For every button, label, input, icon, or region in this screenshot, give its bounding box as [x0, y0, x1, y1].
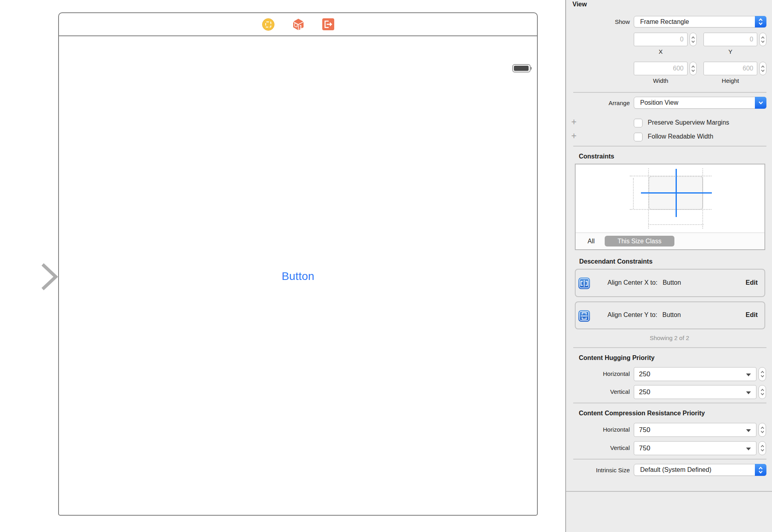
size-inspector-panel: View Show Frame Rectangle 0 0 X Y 600 60… — [565, 0, 772, 532]
follow-readable-width-checkbox[interactable] — [634, 133, 643, 141]
this-size-class-button[interactable]: This Size Class — [605, 236, 674, 246]
initial-view-controller-arrow[interactable] — [0, 261, 58, 293]
arrange-popup-value: Position View — [640, 97, 678, 108]
hugging-vertical-combo[interactable]: 250 — [634, 385, 756, 399]
edit-button[interactable]: Edit — [746, 279, 758, 286]
x-stepper[interactable] — [690, 33, 697, 46]
show-popup-value: Frame Rectangle — [640, 16, 689, 27]
height-caption: Height — [703, 77, 757, 84]
section-divider — [573, 347, 766, 348]
section-divider — [573, 92, 766, 93]
popup-down-icon — [755, 97, 766, 109]
view-controller-scene[interactable]: 1 Button — [58, 12, 538, 516]
constraint-row-center-x[interactable]: Align Center X to:Button Edit — [575, 269, 765, 297]
y-field[interactable]: 0 — [703, 33, 757, 46]
width-caption: Width — [634, 77, 688, 84]
size-class-all-button[interactable]: All — [588, 238, 595, 245]
popup-updown-icon — [755, 16, 766, 27]
hugging-horizontal-combo[interactable]: 250 — [634, 367, 756, 381]
constraint-target: Button — [662, 279, 681, 286]
scene-dock: 1 — [59, 13, 537, 36]
intrinsic-size-label: Intrinsic Size — [566, 467, 630, 473]
panel-title: View — [572, 1, 587, 8]
first-responder-icon[interactable]: 1 — [292, 18, 305, 31]
compression-vertical-stepper[interactable] — [758, 441, 766, 455]
section-divider — [573, 459, 766, 460]
storyboard-canvas: 1 Button — [0, 0, 565, 532]
constraints-diagram-guides — [576, 164, 764, 234]
y-stepper[interactable] — [759, 33, 766, 46]
arrange-label: Arrange — [566, 100, 630, 106]
x-caption: X — [634, 48, 688, 55]
popup-updown-icon — [755, 464, 766, 476]
preserve-superview-margins-checkbox[interactable] — [634, 119, 643, 127]
hugging-vertical-label: Vertical — [566, 388, 630, 395]
size-class-bar: All This Size Class — [576, 233, 764, 249]
hugging-horizontal-stepper[interactable] — [758, 367, 766, 381]
show-popup[interactable]: Frame Rectangle — [634, 16, 766, 27]
arrange-popup[interactable]: Position View — [634, 97, 766, 109]
descendant-constraints-header: Descendant Constraints — [579, 258, 652, 265]
edit-button[interactable]: Edit — [746, 311, 758, 319]
show-label: Show — [566, 18, 630, 25]
svg-text:1: 1 — [299, 24, 302, 30]
constraint-target: Button — [662, 311, 681, 318]
align-center-y-icon — [578, 310, 590, 322]
preserve-superview-margins-label: Preserve Superview Margins — [648, 119, 729, 126]
constraints-diagram: All This Size Class — [575, 164, 765, 250]
align-center-x-icon — [578, 278, 590, 289]
compression-vertical-combo[interactable]: 750 — [634, 441, 756, 455]
compression-horizontal-combo[interactable]: 750 — [634, 423, 756, 437]
add-readable-width-button[interactable]: + — [571, 132, 576, 140]
intrinsic-size-popup[interactable]: Default (System Defined) — [634, 464, 766, 476]
hugging-horizontal-label: Horizontal — [566, 370, 630, 377]
hugging-vertical-stepper[interactable] — [758, 385, 766, 399]
constraint-row-center-y[interactable]: Align Center Y to:Button Edit — [575, 301, 765, 329]
width-field[interactable]: 600 — [634, 62, 688, 75]
intrinsic-size-value: Default (System Defined) — [640, 464, 711, 475]
view-controller-icon-glyph — [265, 22, 271, 27]
combo-dropdown-icon — [746, 391, 751, 394]
section-divider — [573, 403, 766, 403]
constraint-description: Align Center Y to:Button — [607, 311, 681, 319]
add-margin-button[interactable]: + — [571, 118, 576, 126]
compression-horizontal-stepper[interactable] — [758, 423, 766, 437]
y-caption: Y — [703, 48, 757, 55]
constraints-header: Constraints — [579, 153, 614, 160]
center-x-constraint-line[interactable] — [641, 192, 712, 194]
compression-resistance-header: Content Compression Resistance Priority — [579, 410, 705, 417]
height-stepper[interactable] — [759, 62, 766, 75]
width-stepper[interactable] — [690, 62, 697, 75]
canvas-button[interactable]: Button — [59, 270, 537, 283]
constraints-count-status: Showing 2 of 2 — [566, 334, 772, 341]
constraint-description: Align Center X to:Button — [607, 279, 681, 286]
content-hugging-header: Content Hugging Priority — [579, 354, 654, 362]
compression-horizontal-label: Horizontal — [566, 426, 630, 433]
combo-dropdown-icon — [746, 429, 751, 432]
panel-bottom-divider — [566, 491, 772, 492]
battery-icon — [512, 64, 531, 72]
view-controller-view[interactable]: Button — [59, 36, 537, 515]
combo-dropdown-icon — [746, 374, 751, 376]
follow-readable-width-label: Follow Readable Width — [648, 133, 713, 140]
compression-vertical-label: Vertical — [566, 444, 630, 451]
section-divider — [573, 146, 766, 147]
exit-segue-icon[interactable] — [322, 18, 334, 30]
height-field[interactable]: 600 — [703, 62, 757, 75]
x-field[interactable]: 0 — [634, 33, 688, 46]
combo-dropdown-icon — [746, 448, 751, 450]
view-controller-icon[interactable] — [262, 18, 274, 31]
